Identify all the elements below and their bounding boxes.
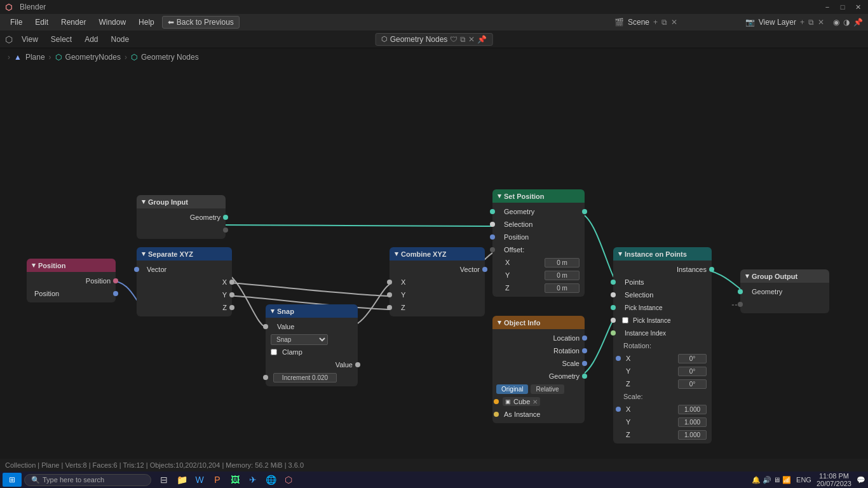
collapse-icon-setp[interactable]: ▾	[498, 192, 501, 200]
editor-menu-add[interactable]: Add	[81, 34, 102, 45]
iop-sx-field[interactable]: 1.000	[678, 405, 707, 414]
collapse-icon-comb[interactable]: ▾	[395, 250, 398, 258]
sep-xyz-x-socket[interactable]	[229, 280, 234, 285]
setp-geo-out-socket[interactable]	[582, 209, 587, 214]
iop-pick-socket[interactable]	[611, 318, 616, 323]
snap-increment-field[interactable]: Increment 0.020	[273, 373, 337, 383]
view-layer-remove-icon[interactable]: ✕	[818, 18, 824, 27]
maximize-button[interactable]: □	[837, 2, 848, 12]
gn-pin-icon[interactable]: 📌	[477, 35, 487, 44]
close-button[interactable]: ✕	[853, 2, 863, 12]
back-to-previous-button[interactable]: ⬅ Back to Previous	[162, 16, 240, 29]
scene-remove-icon[interactable]: ✕	[671, 18, 677, 27]
search-bar[interactable]: 🔍 Type here to search	[24, 474, 151, 486]
bc-geo-nodes[interactable]: GeometryNodes	[65, 53, 121, 62]
collapse-icon-snap[interactable]: ▾	[271, 307, 275, 315]
view-layer-add-icon[interactable]: +	[800, 18, 804, 27]
bc-plane[interactable]: Plane	[25, 53, 45, 62]
menu-help[interactable]: Help	[133, 17, 159, 28]
position-output-socket[interactable]	[113, 278, 118, 283]
iop-rx-field[interactable]: 0°	[678, 354, 707, 363]
setp-z-field[interactable]: 0 m	[545, 283, 580, 293]
view-layer-copy-icon[interactable]: ⧉	[808, 18, 814, 27]
editor-menu-view[interactable]: View	[18, 34, 42, 45]
oi-cube-tag[interactable]: ▣ Cube ✕	[503, 397, 540, 406]
oi-object-socket[interactable]	[494, 399, 499, 404]
oi-geometry-socket[interactable]	[582, 374, 587, 379]
snap-value-in-socket[interactable]	[263, 324, 268, 329]
iop-rz-field[interactable]: 0°	[678, 379, 707, 389]
comb-z-socket[interactable]	[387, 305, 392, 310]
snap-mode-select[interactable]: Snap	[271, 334, 328, 345]
go-extra-socket[interactable]	[738, 302, 743, 307]
iop-points-socket[interactable]	[611, 280, 616, 285]
viewport-shading-icon[interactable]: ◑	[843, 18, 850, 27]
oi-location-socket[interactable]	[582, 336, 587, 341]
setp-geo-in-socket[interactable]	[490, 209, 495, 214]
setp-pos-socket[interactable]	[490, 234, 495, 240]
task-photos[interactable]: 🖼	[227, 473, 243, 487]
iop-ry-field[interactable]: 0°	[678, 367, 707, 376]
setp-offset-socket[interactable]	[490, 247, 495, 252]
collapse-icon-sep[interactable]: ▾	[142, 250, 146, 258]
collapse-icon-iop[interactable]: ▾	[618, 250, 622, 258]
iop-instance-socket[interactable]	[611, 305, 616, 310]
comb-y-socket[interactable]	[387, 292, 392, 297]
task-word[interactable]: W	[192, 473, 207, 487]
menu-window[interactable]: Window	[93, 17, 131, 28]
iop-pick-checkbox[interactable]	[622, 317, 628, 323]
menu-file[interactable]: File	[5, 17, 27, 28]
snap-value-out-socket[interactable]	[355, 362, 360, 367]
menu-render[interactable]: Render	[56, 17, 91, 28]
pin-icon[interactable]: 📌	[853, 18, 863, 27]
gn-close-icon[interactable]: ✕	[468, 35, 475, 44]
iop-selection-socket[interactable]	[611, 292, 616, 297]
sep-xyz-vector-socket[interactable]	[134, 267, 139, 272]
editor-menu-select[interactable]: Select	[47, 34, 76, 45]
iop-index-socket[interactable]	[611, 330, 616, 336]
iop-sz-field[interactable]: 1.000	[678, 430, 707, 440]
task-telegram[interactable]: ✈	[245, 473, 261, 487]
task-blender[interactable]: ⬡	[281, 473, 296, 487]
task-chrome[interactable]: 🌐	[263, 473, 278, 487]
scene-copy-icon[interactable]: ⧉	[661, 18, 667, 27]
snap-increment-socket[interactable]	[263, 375, 268, 380]
collapse-icon-pos[interactable]: ▾	[32, 261, 36, 269]
oi-scale-socket[interactable]	[582, 361, 587, 366]
task-file-explorer[interactable]: 📁	[174, 473, 189, 487]
editor-menu-node[interactable]: Node	[107, 34, 133, 45]
iop-instances-socket[interactable]	[709, 267, 714, 272]
menu-edit[interactable]: Edit	[30, 17, 53, 28]
setp-sel-socket[interactable]	[490, 222, 495, 227]
position-vector-socket[interactable]	[113, 291, 118, 296]
sep-xyz-z-socket[interactable]	[229, 305, 234, 310]
oi-rotation-socket[interactable]	[582, 348, 587, 353]
go-geo-socket[interactable]	[738, 289, 743, 294]
task-view-button[interactable]: ⊟	[156, 473, 172, 487]
snap-clamp-checkbox[interactable]	[271, 349, 277, 355]
task-ppt[interactable]: P	[210, 473, 225, 487]
minimize-button[interactable]: −	[822, 2, 832, 12]
comb-vector-socket[interactable]	[482, 267, 487, 272]
oi-as-instance-socket[interactable]	[494, 412, 499, 417]
collapse-icon-oi[interactable]: ▾	[498, 318, 501, 327]
notification-icon[interactable]: 💬	[857, 476, 865, 484]
editor-type-icon[interactable]: ⬡	[5, 34, 13, 44]
collapse-icon[interactable]: ▾	[142, 198, 146, 206]
iop-sx-socket[interactable]	[616, 407, 621, 412]
start-button[interactable]: ⊞	[3, 473, 22, 487]
object-info-original-button[interactable]: Original	[496, 384, 528, 394]
oi-cube-remove-button[interactable]: ✕	[532, 398, 538, 405]
setp-y-field[interactable]: 0 m	[545, 271, 580, 280]
sep-xyz-y-socket[interactable]	[229, 292, 234, 297]
collapse-icon-go[interactable]: ▾	[745, 272, 749, 280]
gn-copy-icon[interactable]: ⧉	[460, 35, 466, 44]
group-input-geometry-socket[interactable]	[223, 215, 228, 220]
iop-rx-socket[interactable]	[616, 356, 621, 361]
setp-x-field[interactable]: 0 m	[545, 258, 580, 268]
comb-x-socket[interactable]	[387, 280, 392, 285]
overlay-icon[interactable]: ◉	[833, 18, 839, 27]
group-input-extra-socket[interactable]	[223, 227, 228, 233]
iop-sy-field[interactable]: 1.000	[678, 417, 707, 427]
object-info-relative-button[interactable]: Relative	[531, 384, 564, 394]
